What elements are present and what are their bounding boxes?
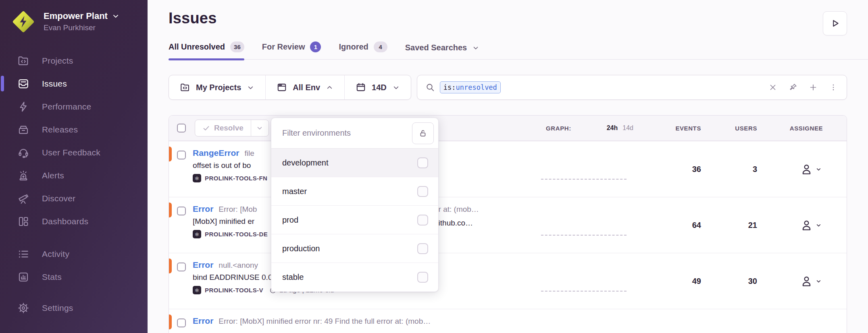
issue-culprit: Error: [MobX] minified error nr: 49 Find… (219, 317, 431, 326)
issue-row: Error Error: [MobX] minified error nr: 4… (169, 309, 847, 333)
env-option-stable[interactable]: stable (271, 263, 438, 292)
environment-filter-input[interactable]: Filter environments (282, 128, 351, 138)
row-checkbox[interactable] (177, 207, 186, 215)
sidebar-item-alerts[interactable]: Alerts (0, 164, 148, 187)
sidebar-item-label: Alerts (42, 171, 64, 180)
graph-range-14d[interactable]: 14d (622, 124, 633, 132)
resolve-button[interactable]: Resolve (195, 120, 251, 136)
project-slug: PROLINK-TOOLS-V (205, 287, 263, 294)
sidebar-item-label: Dashboards (42, 217, 88, 226)
issue-users-cell (708, 309, 766, 333)
tab-saved-searches[interactable]: Saved Searches (405, 43, 479, 59)
chevron-down-icon (816, 166, 822, 172)
sidebar-item-settings[interactable]: Settings (0, 296, 148, 319)
page-title: Issues (169, 10, 868, 27)
menu-divider-gap (0, 288, 148, 296)
page-filter-group: My Projects All Env 14D (169, 75, 411, 100)
pin-search-icon[interactable] (789, 83, 797, 92)
issue-graph-cell (536, 141, 639, 197)
search-token-value: unresolved (456, 83, 497, 91)
issue-users-cell: 30 (708, 253, 766, 309)
chevron-down-icon (816, 222, 822, 228)
env-checkbox[interactable] (417, 157, 428, 168)
org-switcher[interactable]: Empower Plant Evan Purkhiser (0, 0, 148, 33)
issue-assignee-cell (766, 197, 847, 253)
events-column-header: EVENTS (639, 125, 708, 132)
issue-events-cell: 36 (639, 141, 708, 197)
chevron-down-icon (112, 12, 120, 20)
chevron-up-icon (326, 84, 333, 91)
project-slug: PROLINK-TOOLS-DE (205, 231, 268, 238)
sidebar-item-projects[interactable]: Projects (0, 49, 148, 72)
lock-filter-button[interactable] (412, 122, 434, 144)
env-checkbox[interactable] (417, 186, 428, 197)
row-checkbox[interactable] (177, 263, 186, 271)
sidebar-item-discover[interactable]: Discover (0, 187, 148, 210)
calendar-icon (356, 82, 366, 93)
env-option-prod[interactable]: prod (271, 206, 438, 234)
tab-all-unresolved[interactable]: All Unresolved 36 (169, 41, 244, 59)
telescope-icon (17, 192, 30, 205)
tab-ignored[interactable]: Ignored 4 (339, 41, 387, 59)
issue-tabs: All Unresolved 36 For Review 1 Ignored 4… (169, 41, 868, 60)
issue-title-link[interactable]: Error (193, 260, 213, 270)
tab-label: For Review (262, 42, 305, 52)
sidebar-menu: Projects Issues Performance Releases (0, 49, 148, 319)
sidebar-item-performance[interactable]: Performance (0, 95, 148, 118)
siren-icon (17, 169, 30, 182)
issue-title-link[interactable]: RangeError (193, 148, 239, 158)
date-range-filter-button[interactable]: 14D (344, 75, 411, 99)
assignee-dropdown[interactable] (791, 219, 822, 232)
assignee-dropdown[interactable] (791, 163, 822, 176)
issue-culprit: file (245, 149, 254, 158)
issue-events-cell: 49 (639, 253, 708, 309)
issue-events-cell (639, 309, 708, 333)
headset-icon (17, 146, 30, 159)
graph-column-header: GRAPH: 24h 14d (536, 124, 639, 132)
kebab-menu-icon[interactable] (829, 83, 838, 92)
env-checkbox[interactable] (417, 215, 428, 225)
issue-culprit: Error: [Mob (219, 205, 257, 214)
sidebar: Empower Plant Evan Purkhiser Projects Is… (0, 0, 148, 333)
select-all-checkbox[interactable] (177, 124, 186, 132)
sidebar-item-activity[interactable]: Activity (0, 242, 148, 265)
sidebar-item-dashboards[interactable]: Dashboards (0, 210, 148, 233)
issue-graph-cell (536, 309, 639, 333)
sidebar-item-issues[interactable]: Issues (0, 72, 148, 95)
person-icon (800, 163, 813, 176)
env-option-development[interactable]: development (271, 149, 438, 177)
issue-title-link[interactable]: Error (193, 204, 213, 214)
issue-title-link[interactable]: Error (193, 316, 213, 326)
issue-culprit-continued: or at: (mob… (434, 205, 479, 214)
add-search-icon[interactable] (809, 83, 818, 92)
row-checkbox[interactable] (177, 319, 186, 327)
assignee-dropdown[interactable] (791, 275, 822, 287)
project-filter-button[interactable]: My Projects (169, 75, 265, 99)
issue-search-input[interactable]: is:unresolved (417, 75, 847, 100)
sparkline-flat (541, 179, 627, 180)
replay-play-button[interactable] (823, 11, 847, 35)
sidebar-item-releases[interactable]: Releases (0, 118, 148, 141)
environment-dropdown-panel: Filter environments development master p… (271, 118, 439, 292)
row-checkbox[interactable] (177, 151, 186, 159)
resolve-dropdown-button[interactable] (251, 120, 269, 136)
environment-filter-button[interactable]: All Env (265, 75, 344, 99)
graph-range-24h[interactable]: 24h (607, 124, 618, 132)
issue-graph-cell (536, 253, 639, 309)
tab-for-review[interactable]: For Review 1 (262, 41, 321, 59)
chevron-down-icon (472, 44, 479, 52)
gear-icon (17, 302, 30, 314)
chevron-down-icon (392, 84, 400, 91)
sidebar-item-user-feedback[interactable]: User Feedback (0, 141, 148, 164)
tab-count-badge: 36 (230, 41, 244, 52)
search-token[interactable]: is:unresolved (440, 81, 501, 93)
assignee-column-header: ASSIGNEE (766, 125, 847, 132)
env-option-production[interactable]: production (271, 234, 438, 263)
env-checkbox[interactable] (417, 243, 428, 254)
env-option-master[interactable]: master (271, 177, 438, 206)
clear-search-icon[interactable] (768, 83, 777, 92)
activity-list-icon (17, 248, 30, 261)
sidebar-item-stats[interactable]: Stats (0, 265, 148, 288)
app-root: Empower Plant Evan Purkhiser Projects Is… (0, 0, 868, 333)
env-checkbox[interactable] (417, 272, 428, 283)
